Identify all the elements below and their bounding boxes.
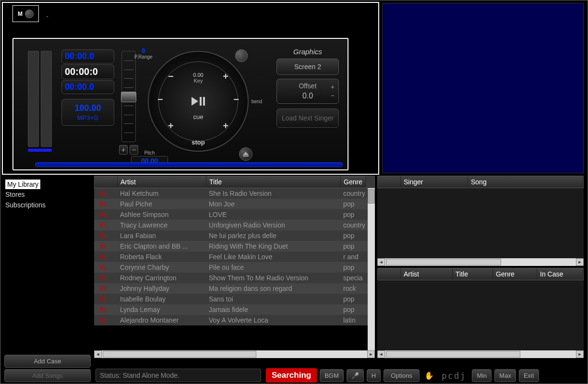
sidebar-item-subscriptions[interactable]: Subscriptions bbox=[5, 200, 89, 210]
keylock-button[interactable] bbox=[235, 49, 248, 62]
key-plus-button[interactable]: + bbox=[223, 71, 228, 82]
indicator-dot-icon bbox=[25, 10, 34, 18]
scroll-right-icon: ► bbox=[367, 350, 375, 358]
table-row[interactable]: KLCorynne CharbyPile ou facepop bbox=[94, 262, 375, 273]
add-songs-button[interactable]: Add Songs bbox=[4, 369, 91, 382]
table-row[interactable]: KLJohnny HallydayMa religion dans son re… bbox=[94, 283, 375, 294]
mic-button[interactable]: 🎤 bbox=[347, 369, 364, 382]
bpm-value: 100.00 bbox=[65, 103, 111, 113]
bend-minus-right[interactable]: − bbox=[233, 94, 239, 105]
table-row[interactable]: KLRodney CarringtonShow Them To Me Radio… bbox=[94, 273, 375, 283]
table-row[interactable]: KLPaul PicheMon Joepop bbox=[94, 199, 375, 209]
slider-thumb[interactable] bbox=[121, 92, 136, 102]
col-artist[interactable]: Artist bbox=[118, 176, 206, 188]
col-code[interactable] bbox=[95, 176, 118, 188]
jog-wheel[interactable]: 0.00 Key − + − − + + cue stop bend bbox=[148, 51, 249, 152]
sidebar-item-library[interactable]: My Library bbox=[5, 180, 40, 189]
player-panel: M - 00:00.0 00:00:0 00:00.0 100.00 MP3+G bbox=[2, 2, 379, 175]
col-artist[interactable]: Artist bbox=[401, 268, 453, 280]
min-button[interactable]: Min bbox=[472, 369, 492, 382]
screen2-button[interactable]: Screen 2 bbox=[276, 59, 339, 75]
table-row[interactable]: KLAshlee SimpsonLOVEpop bbox=[94, 209, 375, 220]
table-row[interactable]: KLLara FabianNe lui parlez plus dellepop bbox=[94, 230, 375, 241]
col-num[interactable] bbox=[378, 268, 401, 280]
hscrollbar[interactable]: ◄ ► bbox=[94, 350, 375, 358]
col-singer[interactable]: Singer bbox=[401, 176, 468, 188]
exit-button[interactable]: Exit bbox=[519, 369, 539, 382]
library-header: Artist Title Genre bbox=[94, 176, 375, 188]
eject-button[interactable] bbox=[239, 147, 252, 161]
case-table: Artist Title Genre In Case ◄ ► bbox=[377, 268, 584, 358]
bend-minus-left[interactable]: − bbox=[157, 94, 163, 105]
key-display: 0.00 Key bbox=[193, 72, 203, 84]
sidebar-item-stores[interactable]: Stores bbox=[5, 189, 89, 200]
hand-icon: ✋ bbox=[424, 371, 434, 380]
add-case-button[interactable]: Add Case bbox=[4, 355, 91, 368]
master-indicator[interactable]: M bbox=[12, 5, 39, 22]
pitch-slider[interactable]: + − bbox=[119, 51, 138, 166]
play-icon bbox=[192, 97, 198, 106]
library-table: Artist Title Genre KLHal KetchumShe Is R… bbox=[94, 176, 375, 358]
bend-label: bend bbox=[252, 99, 262, 104]
bpm-box: 100.00 MP3+G bbox=[61, 99, 114, 126]
singer-queue-table: Singer Song ◄ ► bbox=[377, 176, 584, 266]
col-genre[interactable]: Genre bbox=[341, 176, 366, 188]
singer-body[interactable] bbox=[377, 188, 584, 258]
table-row[interactable]: KLEric Clapton and BB ...Riding With The… bbox=[94, 241, 375, 252]
hscrollbar-singer[interactable]: ◄ ► bbox=[377, 258, 584, 266]
cue-button[interactable]: cue bbox=[193, 113, 204, 120]
time-remaining: 00:00.0 bbox=[61, 80, 114, 94]
table-row[interactable]: KLRoberta FlackFeel Like Makin Lover and bbox=[94, 252, 375, 262]
col-incase[interactable]: In Case bbox=[537, 268, 583, 280]
table-row[interactable]: KLLynda LemayJamais fidelepop bbox=[94, 304, 375, 315]
table-row[interactable]: KLHal KetchumShe Is Radio Versioncountry bbox=[94, 188, 375, 199]
bgm-button[interactable]: BGM bbox=[320, 369, 344, 382]
pause-icon bbox=[200, 97, 205, 106]
table-row[interactable]: KLAlejandro MontanerVoy A Volverte Local… bbox=[94, 315, 375, 325]
searching-indicator: Searching bbox=[266, 368, 317, 383]
library-body[interactable]: KLHal KetchumShe Is Radio Versioncountry… bbox=[94, 188, 375, 350]
eject-icon bbox=[243, 152, 249, 155]
time-main: 00:00:0 bbox=[61, 64, 114, 79]
load-next-singer-button[interactable]: Load Next Singer bbox=[276, 108, 339, 128]
col-num[interactable] bbox=[378, 176, 401, 188]
time-panel: 00:00.0 00:00:0 00:00.0 100.00 MP3+G bbox=[61, 49, 114, 126]
time-elapsed: 00:00.0 bbox=[61, 49, 114, 63]
play-pause-button[interactable] bbox=[186, 94, 210, 108]
dash-icon: - bbox=[46, 12, 48, 20]
cue-plus-button[interactable]: + bbox=[223, 120, 228, 132]
col-title[interactable]: Title bbox=[453, 268, 493, 280]
deck: 00:00.0 00:00:0 00:00.0 100.00 MP3+G + − bbox=[12, 38, 348, 170]
graphics-label: Graphics bbox=[276, 48, 339, 56]
col-genre[interactable]: Genre bbox=[493, 268, 537, 280]
options-button[interactable]: Options bbox=[384, 369, 420, 382]
case-body[interactable] bbox=[377, 280, 584, 350]
vscrollbar[interactable] bbox=[368, 188, 375, 350]
col-song[interactable]: Song bbox=[468, 176, 583, 188]
pcdj-logo: pcdj bbox=[442, 371, 466, 381]
offset-plus-button[interactable]: + bbox=[331, 83, 335, 91]
m-label: M bbox=[18, 11, 23, 17]
table-row[interactable]: KLTracy LawrenceUnforgiven Radio Version… bbox=[94, 220, 375, 230]
pitch-plus-button[interactable]: + bbox=[119, 145, 128, 155]
stop-button[interactable]: stop bbox=[192, 139, 204, 146]
table-row[interactable]: KLIsabelle BoulaySans toipop bbox=[94, 294, 375, 304]
video-preview bbox=[382, 3, 584, 173]
max-button[interactable]: Max bbox=[494, 369, 516, 382]
scroll-left-icon: ◄ bbox=[94, 350, 102, 358]
status-text: Status: Stand Alone Mode. bbox=[96, 369, 261, 382]
offset-control: Offset + 0.0 − bbox=[276, 79, 339, 104]
pitch-range: 0 P.Range bbox=[134, 48, 153, 60]
h-button[interactable]: H bbox=[367, 369, 381, 382]
col-title[interactable]: Title bbox=[206, 176, 341, 188]
format-label: MP3+G bbox=[65, 114, 111, 121]
cue-minus-button[interactable]: + bbox=[168, 120, 174, 132]
progress-bar[interactable] bbox=[35, 162, 343, 167]
hscrollbar-case[interactable]: ◄ ► bbox=[377, 350, 584, 358]
vu-meters bbox=[28, 51, 52, 147]
offset-minus-button[interactable]: − bbox=[331, 92, 335, 99]
key-minus-button[interactable]: − bbox=[168, 71, 174, 82]
sidebar: My Library Stores Subscriptions bbox=[0, 176, 94, 358]
